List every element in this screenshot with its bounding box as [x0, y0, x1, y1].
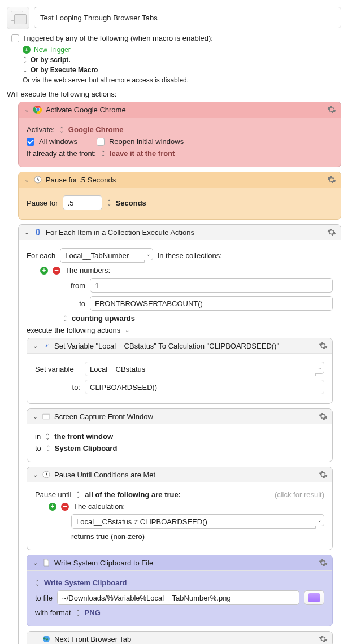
execute-label: execute the following actions — [27, 326, 120, 334]
from-label: from — [63, 281, 85, 290]
calc-value-input[interactable]: Local__CBstatus ≠ CLIPBOARDSEED() — [71, 514, 316, 529]
triggered-label: Triggered by any of the following (when … — [23, 34, 213, 42]
action-write-clipboard[interactable]: ⌄ Write System Clipboard to File Write S… — [27, 555, 333, 626]
chrome-icon — [33, 105, 42, 114]
to-label: to — [63, 299, 85, 308]
add-trigger-icon[interactable]: + — [23, 46, 31, 54]
gear-icon[interactable] — [319, 634, 328, 643]
gear-icon[interactable] — [319, 470, 328, 479]
updown-icon[interactable] — [101, 151, 105, 156]
window-icon — [42, 412, 51, 421]
svg-point-1 — [36, 108, 39, 111]
disclosure-icon[interactable]: ⌄ — [23, 106, 30, 114]
calc-label: The calculation: — [73, 502, 125, 511]
pause-for-label: Pause for — [27, 199, 58, 207]
variable-icon: 𝑥 — [42, 341, 51, 350]
gear-icon[interactable] — [319, 558, 328, 567]
or-execute-macro[interactable]: Or by Execute Macro — [31, 66, 98, 74]
from-value-input[interactable]: 1 — [90, 278, 333, 293]
to-value[interactable]: System Clipboard — [55, 444, 118, 452]
set-var-input[interactable]: Local__CBstatus — [85, 362, 316, 376]
in-label: in — [35, 432, 41, 441]
in-value[interactable]: the front window — [54, 432, 113, 441]
disclosure-icon[interactable]: ⌄ — [32, 559, 38, 567]
disclosure-icon[interactable]: ⌄ — [32, 413, 38, 420]
updown-icon[interactable] — [107, 201, 111, 205]
disclosure-icon[interactable]: ⌄ — [32, 471, 38, 478]
dropdown-icon[interactable]: ⌄ — [144, 248, 153, 260]
updown-icon[interactable] — [35, 581, 40, 585]
format-value[interactable]: PNG — [85, 608, 101, 617]
action-next-tab[interactable]: ⌄ Next Front Browser Tab — [27, 631, 333, 644]
action-for-each[interactable]: ⌄ {} For Each Item in a Collection Execu… — [18, 224, 341, 644]
action-title: Activate Google Chrome — [46, 106, 126, 114]
click-result-hint[interactable]: (click for result) — [275, 490, 324, 499]
dropdown-icon[interactable]: ⌄ — [315, 362, 324, 374]
web-server-text: Or via the web server but all remote acc… — [23, 76, 189, 84]
disclosure-icon[interactable]: ⌄ — [23, 176, 30, 184]
updown-icon[interactable] — [46, 446, 50, 451]
all-windows-checkbox[interactable] — [27, 138, 34, 146]
gear-icon[interactable] — [327, 175, 336, 184]
front-value[interactable]: leave it at the front — [110, 149, 175, 158]
updown-icon[interactable] — [23, 58, 27, 62]
pause-until-value[interactable]: all of the following are true: — [85, 490, 181, 499]
chevron-down-icon[interactable]: ⌄ — [125, 327, 129, 333]
triggered-checkbox[interactable] — [11, 34, 19, 42]
activate-app[interactable]: Google Chrome — [68, 125, 124, 134]
gear-icon[interactable] — [327, 228, 336, 237]
action-title: Write System Clipboard to File — [54, 559, 153, 567]
dropdown-icon[interactable]: ⌄ — [315, 514, 324, 526]
braces-icon: {} — [33, 228, 42, 237]
foreach-label: For each — [27, 251, 55, 260]
foreach-var-input[interactable]: Local__TabNumber — [60, 248, 145, 263]
add-icon[interactable]: + — [49, 503, 56, 511]
svg-text:𝑥: 𝑥 — [45, 342, 49, 349]
tofile-input[interactable]: ~/Downloads/%Variable%Local__TabNumber%.… — [57, 590, 299, 605]
action-set-variable[interactable]: ⌄ 𝑥 Set Variable "Local__CBstatus" To Ca… — [27, 338, 333, 404]
numbers-label: The numbers: — [65, 266, 110, 275]
updown-icon[interactable] — [76, 493, 80, 497]
chevron-down-icon[interactable]: ⌄ — [23, 67, 27, 73]
updown-icon[interactable] — [76, 611, 80, 615]
disclosure-icon[interactable]: ⌄ — [23, 229, 30, 236]
action-pause[interactable]: ⌄ Pause for .5 Seconds Pause for .5 Seco… — [18, 172, 341, 220]
document-icon — [42, 558, 51, 567]
collections-label: in these collections: — [158, 251, 221, 260]
write-clipboard-label[interactable]: Write System Clipboard — [44, 578, 127, 587]
pause-unit[interactable]: Seconds — [116, 199, 146, 207]
counting-label[interactable]: counting upwards — [72, 314, 135, 323]
gear-icon[interactable] — [327, 105, 336, 114]
action-screen-capture[interactable]: ⌄ Screen Capture Front Window in the fro… — [27, 408, 333, 462]
updown-icon[interactable] — [45, 434, 50, 439]
to-label: to: — [35, 383, 80, 391]
remove-icon[interactable]: − — [61, 503, 69, 511]
disclosure-icon[interactable]: ⌄ — [32, 342, 38, 350]
updown-icon[interactable] — [59, 128, 64, 132]
gear-icon[interactable] — [319, 412, 328, 421]
to-value-input[interactable]: CLIPBOARDSEED() — [85, 380, 324, 394]
new-trigger-link[interactable]: New Trigger — [34, 46, 71, 54]
to-value-input[interactable]: FRONTBROWSERTABCOUNT() — [90, 296, 333, 311]
front-label: If already at the front: — [27, 149, 96, 158]
action-title: Next Front Browser Tab — [54, 635, 131, 643]
action-title: Pause for .5 Seconds — [46, 176, 116, 184]
or-script[interactable]: Or by script. — [31, 56, 71, 64]
choose-folder-button[interactable] — [304, 590, 324, 605]
pause-value-input[interactable]: .5 — [63, 195, 102, 210]
action-pause-until[interactable]: ⌄ Pause Until Conditions are Met Pause u… — [27, 467, 333, 550]
add-icon[interactable]: + — [40, 267, 48, 275]
clock-icon — [42, 470, 51, 479]
remove-icon[interactable]: − — [53, 267, 60, 275]
gear-icon[interactable] — [319, 341, 328, 350]
globe-icon — [42, 634, 51, 643]
updown-icon[interactable] — [63, 316, 67, 321]
reopen-checkbox[interactable] — [97, 138, 105, 146]
macro-title-input[interactable]: Test Looping Through Browser Tabs — [34, 7, 341, 28]
svg-rect-6 — [43, 414, 50, 415]
format-label: with format — [35, 608, 71, 617]
to-label: to — [35, 444, 41, 452]
actions-header: Will execute the following actions: — [7, 90, 341, 98]
macro-icon — [7, 7, 29, 29]
action-activate-chrome[interactable]: ⌄ Activate Google Chrome Activate: Googl… — [18, 102, 341, 167]
